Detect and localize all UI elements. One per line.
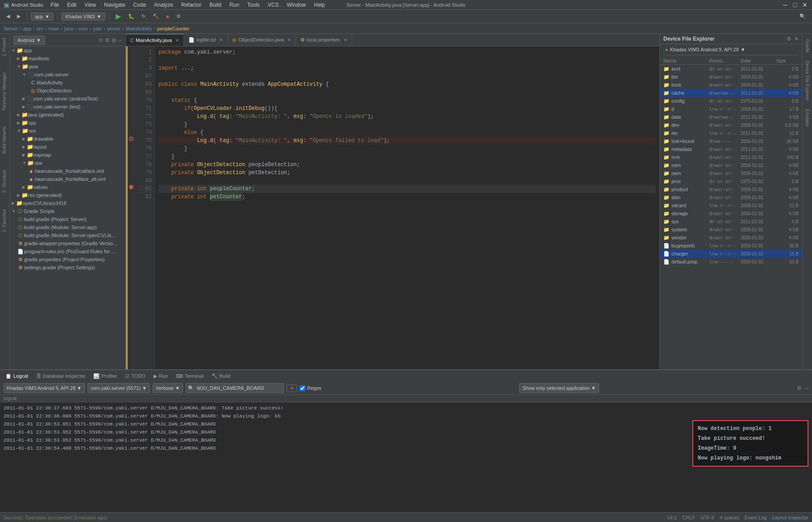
- file-row-sbin[interactable]: 📁 sbin drwxr-xr- 2009-01-01 4 KB: [660, 193, 802, 201]
- dfe-vert-tab[interactable]: Device File Explorer: [803, 57, 812, 104]
- file-row-proc[interactable]: 📁 proc dr-xr-xr- 1970-01-01 0 B: [660, 177, 802, 185]
- db-inspector-tab[interactable]: 🗄 Database Inspector: [33, 372, 89, 380]
- file-row-cache[interactable]: 📁 cache drwxrwx-- 2011-01-01 4 KB: [660, 89, 802, 97]
- debug-button[interactable]: 🐛: [125, 13, 137, 20]
- logcat-settings-icon[interactable]: ⚙: [797, 385, 802, 391]
- menu-vcs[interactable]: VCS: [266, 2, 281, 8]
- file-row-bugreports[interactable]: 📄 bugreports lrw-r--r-- 2009-01-01 50 B: [660, 242, 802, 250]
- menu-code[interactable]: Code: [131, 2, 148, 8]
- tree-gradle-wrapper[interactable]: ⚙ gradle-wrapper.properties (Gradle Vers…: [10, 239, 125, 247]
- file-row-default.prop[interactable]: 📄 default.prop lrw------ 2009-01-01 23 B: [660, 258, 802, 266]
- build-variants-button[interactable]: Build Variants: [0, 123, 9, 157]
- menu-bar[interactable]: File Edit View Navigate Code Analyze Ref…: [49, 2, 327, 8]
- tree-mipmap[interactable]: 📁 mipmap: [10, 151, 125, 159]
- logcat-verbosity-dropdown[interactable]: Verbose ▼: [153, 383, 183, 393]
- tree-gradle-module-opencv[interactable]: ⬡ build.gradle (Module: Server.openCVLib…: [10, 231, 125, 239]
- clear-logcat-button[interactable]: ✕: [287, 384, 297, 392]
- file-row-boot[interactable]: 📁 boot drwxr-xr- 2009-01-01 4 KB: [660, 81, 802, 89]
- device-dropdown[interactable]: Khadas VIM3 ▼: [61, 13, 105, 21]
- tree-gradle-project[interactable]: ⬡ build.gradle (Project: Server): [10, 215, 125, 223]
- logcat-device-dropdown[interactable]: Khadas VIM3 Android 9, API 28 ▼: [4, 383, 85, 393]
- editor-content[interactable]: ! 1 2 3 67 68 69 70: [126, 46, 659, 369]
- tree-gradle-module-app[interactable]: ⬡ build.gradle (Module: Server.app): [10, 223, 125, 231]
- tab-logfile[interactable]: 📄 logfile.txt ✕: [184, 34, 228, 46]
- file-row-vendor[interactable]: 📁 vendor drwxr-xr- 2009-01-01 4 KB: [660, 234, 802, 242]
- tree-gradle-props[interactable]: ⚙ gradle.properties (Project Properties): [10, 255, 125, 263]
- close-button[interactable]: ✕: [801, 1, 808, 8]
- breadcrumb-java[interactable]: java: [64, 26, 73, 31]
- back-button[interactable]: ◀: [4, 13, 12, 20]
- dfe-device-selector[interactable]: ● Khadas VIM3 Android 9, API 28 ▼: [663, 46, 799, 55]
- tab-mainactivity[interactable]: C MainActivity.java ✕: [126, 34, 184, 46]
- tree-com-yaki-server[interactable]: ⬛ com.yaki.server: [10, 71, 125, 79]
- file-row-storage[interactable]: 📁 storage drwxr-xr- 2009-01-01 4 KB: [660, 209, 802, 217]
- tree-java-generated[interactable]: 📁 java (generated): [10, 111, 125, 119]
- tree-androidtest[interactable]: ⬛ com.yaki.server (androidTest): [10, 95, 125, 103]
- sync-button[interactable]: ↻: [139, 13, 148, 20]
- menu-refactor[interactable]: Refactor: [179, 2, 203, 8]
- todo-tab[interactable]: ☑ TODO: [121, 372, 149, 380]
- menu-build[interactable]: Build: [208, 2, 223, 8]
- settings-button[interactable]: ⚙: [174, 13, 183, 20]
- tree-catface-xml[interactable]: ◈ haarcascade_frontalcatface.xml: [10, 167, 125, 175]
- file-row-config[interactable]: 📁 config dr-xr-xr- 1970-01-01 0 B: [660, 97, 802, 105]
- breadcrumb-src[interactable]: src: [37, 26, 43, 31]
- sync-icon[interactable]: ⊙: [99, 37, 103, 43]
- layout-inspector-link[interactable]: Layout Inspector: [772, 515, 808, 520]
- file-row-charger[interactable]: 📄 charger lrw-r--r-- 2009-01-01 15 B: [660, 250, 802, 258]
- tree-app[interactable]: 📁 app: [10, 46, 125, 54]
- menu-view[interactable]: View: [83, 2, 98, 8]
- menu-analyze[interactable]: Analyze: [152, 2, 175, 8]
- file-row-oem[interactable]: 📁 oem drwxr-xr- 2009-01-01 4 KB: [660, 169, 802, 177]
- menu-run[interactable]: Run: [228, 2, 241, 8]
- project-tool-button[interactable]: 1: Project: [0, 34, 9, 60]
- tree-objectdetection[interactable]: ◎ ObjectDetection: [10, 87, 125, 95]
- file-row-mnt[interactable]: 📁 mnt drwxr-xr- 2011-01-01 240 B: [660, 153, 802, 161]
- tree-proguard[interactable]: 📄 proguard-rules.pro (ProGuard Rules for…: [10, 247, 125, 255]
- file-row-dev[interactable]: 📁 dev drwxr-xr- 2009-01-01 5.6 KB: [660, 121, 802, 129]
- breadcrumb-server2[interactable]: server: [107, 26, 121, 31]
- menu-tools[interactable]: Tools: [246, 2, 262, 8]
- file-row-product[interactable]: 📁 product drwxr-xr- 2009-01-01 4 KB: [660, 185, 802, 193]
- file-row-etc[interactable]: 📁 etc lrw-r--r-- 2011-01-01 11 B: [660, 129, 802, 137]
- localprops-close[interactable]: ✕: [344, 38, 347, 42]
- file-row-system[interactable]: 📁 system drwxr-xr- 2009-01-01 4 KB: [660, 226, 802, 234]
- profiler-tab[interactable]: 📊 Profiler: [90, 372, 121, 380]
- tree-res-generated[interactable]: 📁 res (generated): [10, 191, 125, 199]
- file-row-sdcard[interactable]: 📁 sdcard lrw-r--r-- 2009-01-01 21 B: [660, 201, 802, 209]
- forward-button[interactable]: ▶: [14, 13, 23, 20]
- tree-raw[interactable]: 📁 raw: [10, 159, 125, 167]
- maximize-button[interactable]: □: [791, 1, 799, 8]
- resource-manager-button[interactable]: Resource Manager: [0, 69, 9, 114]
- breadcrumb-app[interactable]: app: [23, 26, 31, 31]
- tree-face-xml[interactable]: ◈ haarcascade_frontalface_alt.xml: [10, 175, 125, 183]
- search-everywhere-button[interactable]: 🔍: [797, 13, 808, 20]
- menu-edit[interactable]: Edit: [66, 2, 79, 8]
- tree-layout[interactable]: 📁 layout: [10, 143, 125, 151]
- file-row-bin[interactable]: 📁 bin drwxr-xr- 2009-01-01 4 KB: [660, 73, 802, 81]
- file-row-d[interactable]: 📁 d lrw-r--r-- 2009-01-01 17 B: [660, 105, 802, 113]
- favorites-button[interactable]: 2: Favorites: [0, 205, 9, 236]
- expand-icon[interactable]: ⊞: [112, 37, 116, 43]
- breadcrumb-com[interactable]: com: [79, 26, 88, 31]
- build-tab[interactable]: 🔨 Build: [208, 372, 234, 380]
- logcat-content[interactable]: 2011-01-01 22:30:37.603 5571-5599/com.ya…: [0, 402, 812, 512]
- tab-objectdetection[interactable]: ◎ ObjectDetection.java ✕: [228, 34, 296, 46]
- emulator-vert-tab[interactable]: Emulator: [803, 105, 812, 130]
- breadcrumb-yaki[interactable]: yaki: [93, 26, 102, 31]
- tab-localprops[interactable]: ⚙ local.properties ✕: [296, 34, 352, 46]
- file-row-metadata[interactable]: 📁 metadata drwxr-xr- 2011-01-01 4 KB: [660, 145, 802, 153]
- objectdetection-close[interactable]: ✕: [287, 38, 291, 42]
- tree-opencv[interactable]: 📁 openCVLibrary3416: [10, 199, 125, 207]
- tree-test[interactable]: ⬛ com.yaki.server (test): [10, 103, 125, 111]
- menu-help[interactable]: Help: [312, 2, 327, 8]
- logcat-tab[interactable]: 📋 Logcat: [2, 372, 32, 380]
- tree-mainactivity[interactable]: C MainActivity: [10, 79, 125, 87]
- tree-settings-gradle[interactable]: ⚙ settings.gradle (Project Settings): [10, 263, 125, 271]
- logcat-package-dropdown[interactable]: com.yaki.server (5571) ▼: [87, 383, 150, 393]
- dfe-close-icon[interactable]: ✕: [794, 36, 799, 42]
- tree-drawable[interactable]: 📁 drawable: [10, 135, 125, 143]
- stop-button[interactable]: ■: [163, 13, 172, 20]
- android-view-dropdown[interactable]: Android ▼: [13, 36, 45, 45]
- logcat-show-only-dropdown[interactable]: Show only selected application ▼: [519, 383, 599, 393]
